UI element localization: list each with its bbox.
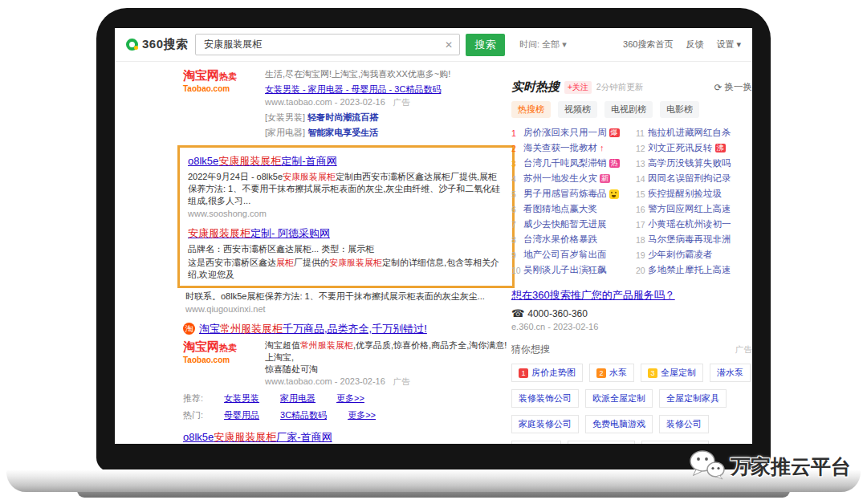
hot-search-item[interactable]: 15 疾控提醒别捡垃圾 xyxy=(636,186,752,201)
guess-tag[interactable]: 1 房价走势图 xyxy=(511,364,583,382)
time-filter-dropdown[interactable]: 时间: 全部 ▾ xyxy=(519,39,567,51)
ad-snippet-line2: 惊喜随处可淘 xyxy=(265,364,509,376)
recommend-label: 推荐: xyxy=(183,392,203,404)
hot-search-item[interactable]: 1 房价涨回来只用一周 爆 xyxy=(511,125,628,140)
taobao-logo[interactable]: 淘宝网热卖 Taobao.com xyxy=(183,68,257,139)
hot-search-item[interactable]: 20 多地禁止摩托上高速 xyxy=(636,262,752,278)
watermark-brand-text: 万家推云平台 xyxy=(731,453,851,480)
search-button[interactable]: 搜索 xyxy=(466,34,505,56)
recommend-link[interactable]: 母婴用品 xyxy=(224,409,259,421)
browser-viewport: 360搜索 安康服装展柜 ✕ 搜索 时间: 全部 ▾ 360搜索首页 反馈 设置… xyxy=(115,28,752,444)
taobao-logo-hot: 热卖 xyxy=(219,71,237,81)
recommend-link[interactable]: 女装男装 xyxy=(224,392,259,404)
guess-tag-text: 房价走势图 xyxy=(531,367,576,379)
hot-search-item[interactable]: 9 地产公司百岁翁出面 xyxy=(511,247,628,262)
hot-search-item[interactable]: 18 马尔堡病毒再现非洲 xyxy=(636,232,752,247)
guess-tag[interactable]: 3 全屋定制 xyxy=(641,364,703,382)
taobao-logo[interactable]: 淘宝网热卖 Taobao.com xyxy=(183,339,257,388)
taobao-ad-1-content: 生活,尽在淘宝网!上淘宝,淘我喜欢XX优惠多~购! 女装男装 - 家用电器 - … xyxy=(265,68,450,139)
sub-item-link[interactable]: 智能家电享受生活 xyxy=(307,128,378,137)
hot-search-item[interactable]: 16 警方回应网红上高速 xyxy=(636,201,752,217)
search-input[interactable]: 安康服装展柜 ✕ xyxy=(195,34,460,55)
hot-search-item[interactable]: 11 拖拉机进藏网红自杀 xyxy=(636,125,752,140)
home-link[interactable]: 360搜索首页 xyxy=(623,39,673,51)
guess-tag[interactable]: 自吸式离心泵 xyxy=(641,441,709,444)
hot-search-item[interactable]: 7 威少去快船暂无进展 xyxy=(511,217,628,232)
hot-item-text: 拖拉机进藏网红自杀 xyxy=(648,127,731,139)
more-link[interactable]: 更多>> xyxy=(348,409,376,421)
ad-url: www.taobao.com - 2023-02-16广告 xyxy=(265,376,509,388)
follow-button[interactable]: +关注 xyxy=(564,81,592,94)
hot-search-item[interactable]: 2 海关查获一批教材 ↑ xyxy=(511,140,628,156)
ad-snippet: 淘宝超值常州服装展柜,优享品质,惊喜价格,商品齐全,淘你满意!上淘宝, xyxy=(265,339,509,364)
phone-icon: ☎ xyxy=(511,307,524,319)
hot-search-item[interactable]: 14 因同名误留刑拘记录 xyxy=(636,171,752,186)
guess-tag[interactable]: 免费电脑游戏 xyxy=(585,415,653,433)
hot-item-text: 因同名误留刑拘记录 xyxy=(648,173,731,185)
hot-item-text: 高学历没钱算失败吗 xyxy=(648,157,731,169)
ad-title-link[interactable]: 淘宝常州服装展柜千万商品,品类齐全,千万别错过! xyxy=(199,322,427,336)
rank-number: 16 xyxy=(636,205,648,214)
more-link[interactable]: 更多>> xyxy=(336,392,364,404)
guess-tag[interactable]: 欧派全屋定制 xyxy=(585,389,653,408)
guess-tag[interactable]: 2 水泵 xyxy=(589,364,634,382)
hot-search-item[interactable]: 13 高学历没钱算失败吗 xyxy=(636,156,752,171)
refresh-button[interactable]: ⟳换一换 xyxy=(714,81,752,93)
guess-tag[interactable]: 装修装饰公司 xyxy=(511,389,579,408)
hot-search-item[interactable]: 17 小黄瑶在杭州读初一 xyxy=(636,217,752,232)
hot-search-item[interactable]: 6 看图猜地点赢大奖 xyxy=(511,201,628,217)
result-title-link[interactable]: o8lk5e安康服装展柜定制-首商网 xyxy=(188,155,337,167)
hot-item-text: 房价涨回来只用一周 xyxy=(523,127,607,139)
hot-item-text: 看图猜地点赢大奖 xyxy=(523,203,597,215)
hot-tab[interactable]: 电影榜 xyxy=(660,101,699,118)
guess-tag[interactable]: 潜水泵 xyxy=(710,364,751,382)
recommend-link[interactable]: 家用电器 xyxy=(280,392,315,404)
hot-tab[interactable]: 热搜榜 xyxy=(511,101,551,118)
hot-search-item[interactable]: 12 刘文正死讯反转 沸 xyxy=(636,140,752,156)
result-title-link[interactable]: o8lk5e安康服装展柜厂家-首商网 xyxy=(183,431,332,443)
hot-search-item[interactable]: 19 少年刺伤霸凌者 xyxy=(636,247,752,262)
search-result-2: 安康服装展柜定制- 阿德采购网 品牌名：西安市灞桥区鑫达展柜... 类型：展示柜… xyxy=(188,226,504,282)
rank-number: 5 xyxy=(511,189,523,199)
sub-item-link[interactable]: 轻奢时尚潮流百搭 xyxy=(307,112,378,122)
hot-item-text: 海关查获一批教材 xyxy=(523,142,597,154)
guess-tag[interactable]: 衣柜定制 xyxy=(511,441,561,444)
guess-tag[interactable]: 装修公司 xyxy=(659,415,709,433)
taobao-ad-2-content: 淘宝超值常州服装展柜,优享品质,惊喜价格,商品齐全,淘你满意!上淘宝, 惊喜随处… xyxy=(265,339,509,388)
promo-link[interactable]: 想在360搜索推广您的产品服务吗？ xyxy=(511,288,752,303)
recommend-link[interactable]: 3C精品数码 xyxy=(280,409,327,421)
logo-text: 360搜索 xyxy=(142,37,189,52)
ad-recommend-row: 推荐: 女装男装 家用电器 更多>> xyxy=(183,392,509,404)
guess-tag[interactable]: 天猫店铺转让 xyxy=(568,441,635,444)
sub-item-bracket: [家用电器] xyxy=(265,128,305,137)
rank-number: 10 xyxy=(511,266,523,275)
rank-number: 19 xyxy=(636,250,648,260)
result-snippet-overflow: 时联系。o8lk5e展柜保养方法: 1、不要用干抹布擦拭展示柜表面的灰尘灰尘..… xyxy=(185,291,509,303)
guess-tag[interactable]: 家庭装修公司 xyxy=(511,415,579,433)
guess-tag-text: 免费电脑游戏 xyxy=(592,418,645,430)
ad-sub-item[interactable]: [女装男装] 轻奢时尚潮流百搭 xyxy=(265,112,450,124)
rank-number: 1 xyxy=(511,128,523,138)
promo-ad-block: 想在360搜索推广您的产品服务吗？ ☎4000-360-360 e.360.cn… xyxy=(511,288,752,331)
hot-search-header: 实时热搜 +关注 2分钟前更新 ⟳换一换 xyxy=(511,79,752,95)
settings-dropdown[interactable]: 设置 ▾ xyxy=(716,39,741,51)
tag-rank-badge: 1 xyxy=(519,368,528,378)
rank-number: 13 xyxy=(636,159,648,169)
hot-search-item[interactable]: 8 台湾水果价格暴跌 xyxy=(511,232,628,247)
result-url: www.sooshong.com xyxy=(188,209,504,218)
search-result-2-tail: 时联系。o8lk5e展柜保养方法: 1、不要用干抹布擦拭展示柜表面的灰尘灰尘..… xyxy=(185,291,509,314)
hot-search-item[interactable]: 10 吴刚谈儿子出演狂飙 xyxy=(511,262,628,278)
rank-number: 7 xyxy=(511,220,523,230)
ad-category-links[interactable]: 女装男装 - 家用电器 - 母婴用品 - 3C精品数码 xyxy=(265,83,450,96)
hot-search-item[interactable]: 4 苏州一地发生火灾 新 xyxy=(511,171,628,186)
hot-search-item[interactable]: 3 台湾几千吨凤梨滞销 热 xyxy=(511,156,628,171)
feedback-link[interactable]: 反馈 xyxy=(686,39,703,51)
360-search-logo[interactable]: 360搜索 xyxy=(126,37,195,52)
clear-search-icon[interactable]: ✕ xyxy=(445,39,453,51)
ad-sub-item[interactable]: [家用电器] 智能家电享受生活 xyxy=(265,127,450,139)
hot-tab[interactable]: 电视剧榜 xyxy=(604,101,653,118)
result-title-link[interactable]: 安康服装展柜定制- 阿德采购网 xyxy=(188,227,330,239)
hot-search-item[interactable]: 5 男子用感冒药炼毒品 xyxy=(511,186,628,201)
guess-tag[interactable]: 全屋定制家具 xyxy=(659,389,727,408)
hot-tab[interactable]: 视频榜 xyxy=(558,101,597,118)
